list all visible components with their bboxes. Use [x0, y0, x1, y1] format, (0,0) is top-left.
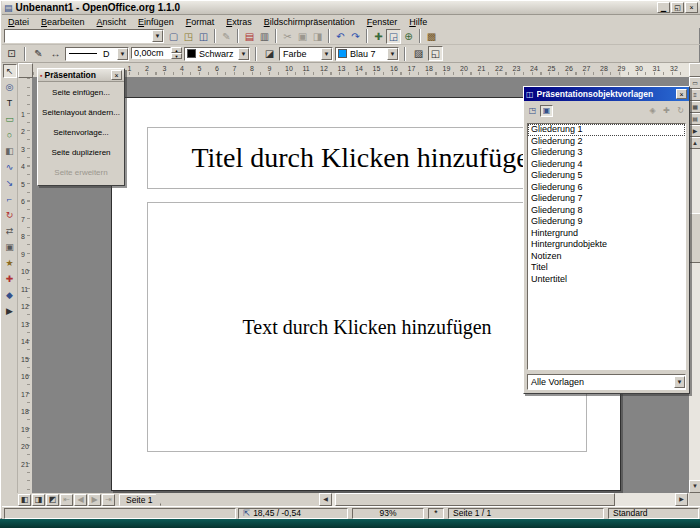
scroll-right-icon[interactable]: ▶: [675, 493, 688, 506]
url-dropdown-button[interactable]: ▼: [152, 30, 163, 42]
stylist-filter-combobox[interactable]: Alle Vorlagen ▼: [527, 374, 686, 390]
spin-down-icon[interactable]: ▼: [171, 53, 182, 59]
effects-icon[interactable]: ★: [3, 256, 17, 270]
menu-bildschirmprsentation[interactable]: Bildschirmpräsentation: [258, 17, 361, 27]
menu-hilfe[interactable]: Hilfe: [403, 17, 433, 27]
vertical-scrollbar[interactable]: ▭≡▦▤▶ ▲ ▼: [689, 63, 700, 493]
body-placeholder[interactable]: Text durch Klicken hinzufügen: [147, 202, 587, 452]
style-list-item[interactable]: Hintergrundobjekte: [528, 239, 685, 251]
drawing-view-icon[interactable]: ▭: [689, 77, 700, 89]
style-list-item[interactable]: Gliederung 6: [528, 182, 685, 194]
palette-title-bar[interactable]: ▪ Präsentation ×: [38, 69, 124, 82]
style-list-item[interactable]: Gliederung 9: [528, 216, 685, 228]
style-list-item[interactable]: Gliederung 3: [528, 147, 685, 159]
h-ruler[interactable]: 1234567891011121314151617181920212223242…: [33, 63, 689, 78]
line-width-input[interactable]: [131, 47, 171, 59]
style-list-item[interactable]: Gliederung 7: [528, 193, 685, 205]
ruler-options-button[interactable]: [689, 63, 700, 77]
presentation-icon[interactable]: ▶: [3, 304, 17, 318]
line-width-spin-arrows[interactable]: ▲ ▼: [171, 47, 182, 61]
stylist-filter-dropdown-button[interactable]: ▼: [674, 376, 685, 388]
stylist-title-bar[interactable]: ◫ Präsentationsobjektvorlagen ×: [524, 87, 689, 101]
rectangle-icon[interactable]: ▭: [3, 112, 17, 126]
undo-icon[interactable]: ↶: [333, 29, 348, 44]
stylist-close-button[interactable]: ×: [676, 89, 687, 99]
style-list-item[interactable]: Gliederung 5: [528, 170, 685, 182]
shadow-icon[interactable]: ▨: [411, 46, 426, 61]
arrange-icon[interactable]: ▣: [3, 240, 17, 254]
style-list-item[interactable]: Untertitel: [528, 274, 685, 286]
style-list-item[interactable]: Gliederung 4: [528, 159, 685, 171]
master-mode-icon[interactable]: ◨: [32, 494, 45, 506]
start-presentation-icon[interactable]: ▶: [689, 125, 700, 137]
palette-item[interactable]: Seitenlayout ändern...: [38, 102, 124, 122]
edit-points-icon[interactable]: ⊡: [4, 46, 19, 61]
palette-item[interactable]: Seitenvorlage...: [38, 122, 124, 142]
ellipse-icon[interactable]: ○: [3, 128, 17, 142]
menu-ansicht[interactable]: Ansicht: [91, 17, 133, 27]
restore-button[interactable]: ◱: [671, 2, 684, 13]
gallery-icon[interactable]: ▩: [424, 29, 439, 44]
close-button[interactable]: ×: [685, 2, 698, 13]
palette-close-button[interactable]: ×: [111, 70, 122, 80]
title-placeholder[interactable]: Titel durch Klicken hinzufügen: [147, 127, 587, 189]
fill-style-combobox[interactable]: Farbe ▼: [279, 47, 333, 61]
menu-datei[interactable]: Datei: [2, 17, 35, 27]
status-zoom-field[interactable]: 93%: [352, 508, 424, 519]
stylist-icon[interactable]: ◲: [386, 29, 401, 44]
new-document-icon[interactable]: ▢: [166, 29, 181, 44]
line-color-dropdown-button[interactable]: ▼: [238, 48, 249, 60]
redo-icon[interactable]: ↷: [348, 29, 363, 44]
scroll-down-icon[interactable]: ▼: [689, 480, 700, 493]
menu-einfgen[interactable]: Einfügen: [132, 17, 180, 27]
curve-icon[interactable]: ∿: [3, 160, 17, 174]
arrow-style-icon[interactable]: ↔: [48, 46, 63, 61]
export-pdf-icon[interactable]: ▤: [242, 29, 257, 44]
open-document-icon[interactable]: ◳: [181, 29, 196, 44]
menu-extras[interactable]: Extras: [220, 17, 258, 27]
horizontal-scrollbar[interactable]: ◀ ▶: [319, 493, 689, 506]
menu-fenster[interactable]: Fenster: [361, 17, 404, 27]
fill-style-dropdown-button[interactable]: ▼: [321, 48, 332, 60]
area-style-icon[interactable]: ◪: [262, 46, 277, 61]
status-template-field[interactable]: Standard: [608, 508, 699, 519]
rotate-icon[interactable]: ↻: [3, 208, 17, 222]
line-color-combobox[interactable]: Schwarz ▼: [184, 47, 250, 61]
3d-controller-icon[interactable]: ◆: [3, 288, 17, 302]
interaction-icon[interactable]: ✚: [3, 272, 17, 286]
outline-view-icon[interactable]: ≡: [689, 89, 700, 101]
palette-item[interactable]: Seite einfügen...: [38, 82, 124, 102]
vertical-scrollbar-thumb[interactable]: [689, 213, 700, 263]
layer-mode-icon[interactable]: ◩: [46, 494, 59, 506]
minimize-button[interactable]: ▁: [657, 2, 670, 13]
fill-color-combobox[interactable]: Blau 7 ▼: [335, 47, 399, 61]
fill-color-dropdown-button[interactable]: ▼: [387, 48, 398, 60]
line-width-stepper[interactable]: ▲ ▼: [131, 47, 182, 61]
style-list-item[interactable]: Hintergrund: [528, 228, 685, 240]
print-icon[interactable]: ▥: [257, 29, 272, 44]
menu-bearbeiten[interactable]: Bearbeiten: [35, 17, 91, 27]
stylist-style-list[interactable]: Gliederung 1Gliederung 2Gliederung 3Glie…: [527, 123, 686, 370]
3d-objects-icon[interactable]: ◧: [3, 144, 17, 158]
line-attributes-icon[interactable]: ✎: [31, 46, 46, 61]
style-list-item[interactable]: Gliederung 1: [528, 124, 685, 136]
scroll-left-icon[interactable]: ◀: [319, 493, 332, 506]
horizontal-scrollbar-thumb[interactable]: [335, 493, 615, 506]
slide-view-icon[interactable]: ▦: [689, 101, 700, 113]
style-list-item[interactable]: Notizen: [528, 251, 685, 263]
save-document-icon[interactable]: ◫: [196, 29, 211, 44]
select-icon[interactable]: ↖: [3, 64, 17, 78]
line-style-combobox[interactable]: D ▼: [65, 47, 129, 61]
text-icon[interactable]: T: [3, 96, 17, 110]
style-list-item[interactable]: Titel: [528, 262, 685, 274]
graphics-styles-icon[interactable]: ▣: [540, 105, 553, 117]
presentation-box-toggle-icon[interactable]: ◱: [428, 46, 443, 61]
palette-item[interactable]: Seite duplizieren: [38, 142, 124, 162]
zoom-icon[interactable]: ◎: [3, 80, 17, 94]
style-list-item[interactable]: Gliederung 2: [528, 136, 685, 148]
url-combobox[interactable]: ▼: [4, 29, 164, 43]
page-mode-icon[interactable]: ◧: [18, 494, 31, 506]
page-tab[interactable]: Seite 1: [119, 494, 161, 506]
hyperlink-icon[interactable]: ⊕: [401, 29, 416, 44]
line-style-dropdown-button[interactable]: ▼: [117, 48, 128, 60]
